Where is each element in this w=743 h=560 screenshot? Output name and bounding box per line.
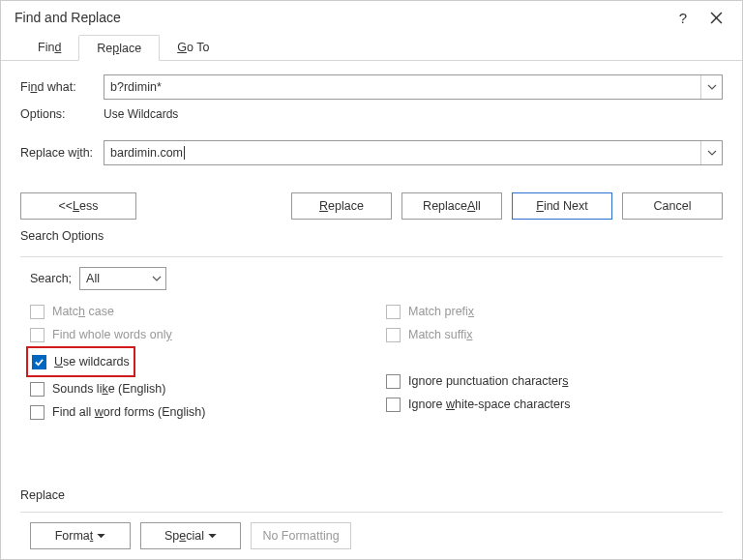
search-direction-select[interactable]: All bbox=[79, 267, 166, 290]
options-label: Options: bbox=[20, 107, 104, 121]
find-what-label: Find what: bbox=[20, 80, 104, 94]
action-buttons: << Less Replace Replace All Find Next Ca… bbox=[20, 192, 723, 220]
cancel-button[interactable]: Cancel bbox=[622, 192, 723, 220]
dialog-body: Find what: b?rdimin* Options: Use Wildca… bbox=[1, 61, 742, 559]
chevron-down-icon bbox=[148, 276, 165, 281]
tab-goto[interactable]: Go To bbox=[160, 35, 226, 61]
help-button[interactable]: ? bbox=[667, 10, 699, 26]
close-icon bbox=[710, 12, 723, 24]
chevron-down-icon[interactable] bbox=[700, 141, 722, 164]
caret-down-icon bbox=[97, 534, 105, 539]
tab-strip: Find Replace Go To bbox=[1, 34, 742, 61]
ignore-punctuation-checkbox[interactable]: Ignore punctuation characters bbox=[386, 369, 723, 393]
match-prefix-checkbox[interactable]: Match prefix bbox=[386, 300, 723, 323]
word-forms-checkbox[interactable]: Find all word forms (English) bbox=[30, 400, 367, 424]
checkbox-icon bbox=[386, 305, 401, 319]
checkbox-icon bbox=[386, 328, 401, 342]
checkbox-icon bbox=[30, 382, 45, 397]
tab-find[interactable]: Find bbox=[20, 35, 78, 61]
divider bbox=[20, 256, 723, 257]
replace-with-row: Replace with: bardimin.com bbox=[20, 140, 723, 165]
checkbox-icon bbox=[30, 405, 45, 420]
find-what-row: Find what: b?rdimin* bbox=[20, 74, 723, 100]
whole-words-checkbox[interactable]: Find whole words only bbox=[30, 323, 367, 346]
replace-button[interactable]: Replace bbox=[291, 192, 392, 220]
format-buttons: Format Special No Formatting bbox=[30, 522, 723, 549]
caret-down-icon bbox=[208, 534, 217, 539]
sounds-like-checkbox[interactable]: Sounds like (English) bbox=[30, 377, 367, 400]
titlebar: Find and Replace ? bbox=[1, 1, 742, 34]
chevron-down-icon[interactable] bbox=[700, 75, 722, 99]
format-button[interactable]: Format bbox=[30, 522, 131, 549]
match-suffix-checkbox[interactable]: Match suffix bbox=[386, 323, 723, 346]
dialog-title: Find and Replace bbox=[15, 10, 667, 25]
options-row: Options: Use Wildcards bbox=[20, 107, 723, 121]
no-formatting-button: No Formatting bbox=[251, 522, 351, 549]
checkbox-checked-icon bbox=[32, 355, 46, 369]
checkbox-icon bbox=[386, 398, 401, 412]
replace-all-button[interactable]: Replace All bbox=[401, 192, 502, 220]
find-what-input[interactable]: b?rdimin* bbox=[104, 74, 723, 100]
options-value: Use Wildcards bbox=[104, 107, 178, 121]
replace-section-header: Replace bbox=[20, 488, 723, 502]
replace-section: Replace Format Special No Formatting bbox=[20, 488, 723, 549]
checkbox-icon bbox=[386, 374, 401, 389]
checkbox-icon bbox=[30, 305, 45, 319]
find-replace-dialog: Find and Replace ? Find Replace Go To Fi… bbox=[0, 0, 743, 560]
divider bbox=[20, 512, 723, 513]
less-button[interactable]: << Less bbox=[20, 192, 136, 220]
search-direction-row: Search; All bbox=[30, 267, 723, 290]
tab-replace[interactable]: Replace bbox=[78, 35, 160, 61]
search-label: Search; bbox=[30, 272, 72, 285]
use-wildcards-checkbox[interactable]: Use wildcards bbox=[32, 350, 130, 373]
use-wildcards-highlight: Use wildcards bbox=[26, 346, 135, 377]
search-options-header: Search Options bbox=[20, 229, 723, 243]
checkbox-columns: Match case Find whole words only Use wil… bbox=[20, 300, 723, 424]
match-case-checkbox[interactable]: Match case bbox=[30, 300, 367, 323]
ignore-whitespace-checkbox[interactable]: Ignore white-space characters bbox=[386, 393, 723, 416]
replace-with-input[interactable]: bardimin.com bbox=[104, 140, 723, 165]
find-next-button[interactable]: Find Next bbox=[512, 192, 612, 220]
special-button[interactable]: Special bbox=[140, 522, 241, 549]
text-cursor bbox=[184, 146, 185, 160]
checkbox-icon bbox=[30, 328, 45, 342]
replace-with-label: Replace with: bbox=[20, 146, 104, 160]
close-button[interactable] bbox=[699, 12, 732, 24]
